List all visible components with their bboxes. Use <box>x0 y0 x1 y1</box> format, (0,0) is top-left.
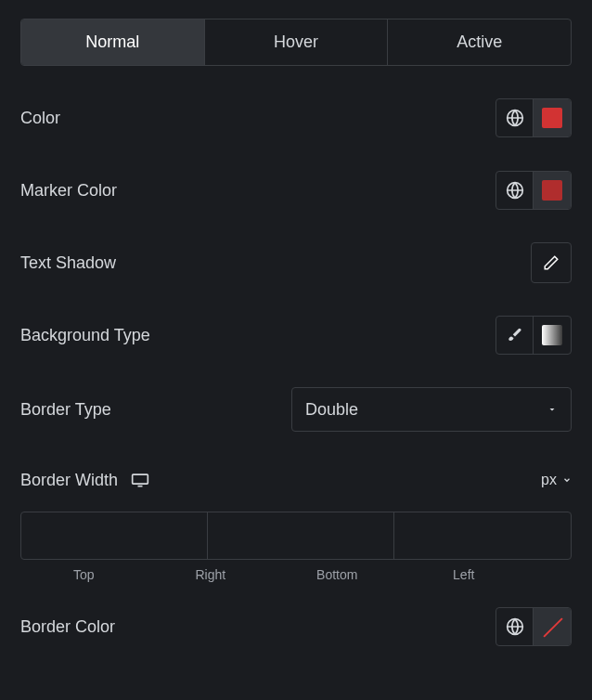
tab-active[interactable]: Active <box>388 19 571 65</box>
unit-value: px <box>541 472 557 488</box>
state-tabs: Normal Hover Active <box>20 19 572 66</box>
tab-hover[interactable]: Hover <box>205 19 389 65</box>
row-text-shadow: Text Shadow <box>20 242 572 283</box>
text-shadow-edit-button[interactable] <box>531 242 572 283</box>
background-classic-button[interactable] <box>496 317 534 354</box>
label-border-width-text: Border Width <box>20 471 118 490</box>
color-global-button[interactable] <box>496 99 534 136</box>
row-background-type: Background Type <box>20 315 572 356</box>
pencil-icon <box>543 254 560 271</box>
marker-color-control <box>495 171 572 210</box>
color-swatch <box>542 108 562 128</box>
side-label-bottom: Bottom <box>274 567 401 582</box>
border-color-global-button[interactable] <box>496 608 534 645</box>
row-border-width: Border Width px <box>20 460 572 500</box>
border-width-bottom-input[interactable] <box>394 512 572 559</box>
svg-rect-2 <box>133 474 148 484</box>
border-color-control <box>495 607 572 646</box>
border-color-swatch-button[interactable] <box>534 608 571 645</box>
label-border-width: Border Width <box>20 471 149 490</box>
side-label-left: Left <box>401 567 528 582</box>
label-text-shadow: Text Shadow <box>20 253 116 273</box>
label-border-color: Border Color <box>20 617 115 637</box>
label-marker-color: Marker Color <box>20 181 117 201</box>
border-width-inputs <box>20 512 572 560</box>
globe-icon <box>506 617 524 636</box>
border-width-top-input[interactable] <box>21 512 208 559</box>
marker-color-swatch <box>542 180 562 201</box>
color-swatch-button[interactable] <box>534 99 571 136</box>
tab-normal[interactable]: Normal <box>21 19 205 65</box>
gradient-icon <box>542 325 562 345</box>
label-color: Color <box>20 109 60 128</box>
border-width-right-input[interactable] <box>208 512 394 559</box>
row-color: Color <box>20 97 572 138</box>
label-border-type: Border Type <box>20 400 111 420</box>
color-control <box>495 98 572 137</box>
label-background-type: Background Type <box>20 326 150 345</box>
side-label-right: Right <box>148 567 275 582</box>
unit-picker[interactable]: px <box>541 472 572 488</box>
row-border-type: Border Type Double <box>20 387 572 432</box>
globe-icon <box>506 109 524 127</box>
background-gradient-button[interactable] <box>534 317 571 354</box>
border-color-swatch-none <box>542 616 562 637</box>
chevron-down-icon <box>562 475 572 485</box>
caret-down-icon <box>547 404 558 415</box>
brush-icon <box>507 327 523 344</box>
side-label-top: Top <box>20 567 148 582</box>
background-type-control <box>495 316 572 355</box>
border-width-side-labels: Top Right Bottom Left <box>20 567 572 582</box>
row-marker-color: Marker Color <box>20 170 572 211</box>
globe-icon <box>506 181 524 200</box>
row-border-color: Border Color <box>20 606 572 647</box>
marker-color-global-button[interactable] <box>496 172 534 209</box>
responsive-device-button[interactable] <box>131 472 149 488</box>
marker-color-swatch-button[interactable] <box>534 172 571 209</box>
border-type-select[interactable]: Double <box>291 387 572 432</box>
border-type-value: Double <box>305 400 358 420</box>
